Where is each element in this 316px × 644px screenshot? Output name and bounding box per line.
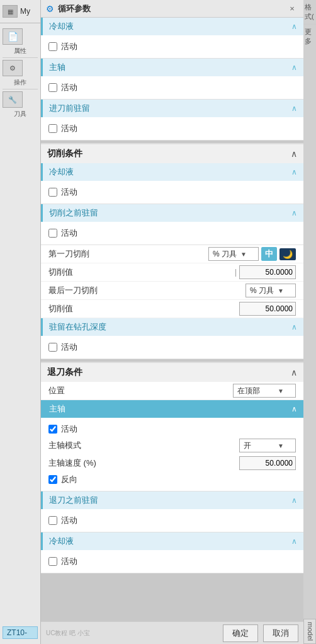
coolant-3-label: 冷却液 xyxy=(49,536,74,547)
pre-cut-dwell-header[interactable]: 切削之前驻留 ∧ xyxy=(41,204,303,222)
pre-entry-dwell-label: 进刀前驻留 xyxy=(49,103,90,114)
position-label: 位置 xyxy=(48,385,233,396)
dwell-at-depth-active-row: 活动 xyxy=(48,340,296,355)
pre-entry-dwell-section: 进刀前驻留 ∧ 活动 xyxy=(41,100,303,141)
format-tab[interactable]: 格式( xyxy=(303,0,316,25)
reverse-checkbox[interactable] xyxy=(48,475,57,484)
pre-entry-dwell-header[interactable]: 进刀前驻留 ∧ xyxy=(41,100,303,117)
pre-entry-dwell-chevron: ∧ xyxy=(291,104,297,113)
reverse-row: 反向 xyxy=(48,472,296,487)
pre-cut-dwell-active-label: 活动 xyxy=(61,227,77,239)
more-tab[interactable]: 更多 xyxy=(303,25,316,49)
pre-retract-dwell-section: 退刀之前驻留 ∧ 活动 xyxy=(41,492,303,532)
coolant-2-header[interactable]: 冷却液 ∧ xyxy=(41,163,303,181)
bottom-bar: UC教程 吧 小宝 确定 取消 xyxy=(41,621,303,644)
spindle-1-chevron: ∧ xyxy=(291,63,297,72)
pre-cut-dwell-section: 切削之前驻留 ∧ 活动 xyxy=(41,204,303,245)
close-button[interactable]: × xyxy=(286,3,298,15)
retract-conditions-header[interactable]: 退刀条件 ∧ xyxy=(41,362,303,382)
coolant-3-chevron: ∧ xyxy=(291,537,297,546)
spindle-2-header[interactable]: 主轴 ∧ xyxy=(41,400,303,418)
coolant-3-active-label: 活动 xyxy=(61,556,77,567)
coolant-2-active-checkbox[interactable] xyxy=(48,188,57,197)
cancel-button[interactable]: 取消 xyxy=(263,624,298,642)
coolant-1-section: 冷却液 ∧ 活动 xyxy=(41,18,303,59)
spindle-2-section: 主轴 ∧ 活动 主轴模式 开 ▼ xyxy=(41,400,303,492)
coolant-2-body: 活动 xyxy=(41,181,303,204)
dwell-at-depth-chevron: ∧ xyxy=(291,323,297,331)
spindle-1-header[interactable]: 主轴 ∧ xyxy=(41,59,303,76)
right-spacer xyxy=(303,49,316,619)
coolant-1-active-checkbox[interactable] xyxy=(48,42,57,51)
cut-value-1-input[interactable] xyxy=(239,265,296,279)
spindle-1-label: 主轴 xyxy=(49,62,65,73)
cutting-conditions-header[interactable]: 切削条件 ∧ xyxy=(41,143,303,163)
zt-item[interactable]: ZT10- xyxy=(3,626,38,639)
spindle-2-active-checkbox[interactable] xyxy=(48,425,57,434)
pre-cut-dwell-active-checkbox[interactable] xyxy=(48,229,57,238)
right-panel: 格式( 更多 model xyxy=(303,0,316,644)
first-cut-arrow: ▼ xyxy=(240,251,247,258)
position-arrow: ▼ xyxy=(278,388,284,394)
model-tab[interactable]: model xyxy=(303,619,316,644)
coolant-3-active-row: 活动 xyxy=(48,554,296,569)
dwell-at-depth-body: 活动 xyxy=(41,336,303,359)
spindle-mode-label: 主轴模式 xyxy=(48,440,81,451)
nav-icon-tools[interactable]: 🔧 xyxy=(3,91,23,108)
coolant-3-active-checkbox[interactable] xyxy=(48,557,57,566)
nav-icon-doc[interactable]: 📄 xyxy=(3,28,23,45)
pre-retract-dwell-active-label: 活动 xyxy=(61,515,77,526)
first-cut-dropdown[interactable]: % 刀具 ▼ xyxy=(208,247,259,261)
pre-retract-dwell-body: 活动 xyxy=(41,509,303,532)
position-row: 位置 在顶部 ▼ xyxy=(41,382,303,400)
coolant-1-header[interactable]: 冷却液 ∧ xyxy=(41,18,303,35)
coolant-2-section: 冷却液 ∧ 活动 xyxy=(41,163,303,204)
coolant-1-chevron: ∧ xyxy=(291,22,297,31)
dwell-at-depth-active-checkbox[interactable] xyxy=(48,343,57,352)
last-cut-control: % 刀具 ▼ xyxy=(245,284,296,297)
nav-my-label: My xyxy=(20,7,30,16)
main-scroll-area[interactable]: 冷却液 ∧ 活动 主轴 ∧ xyxy=(41,18,303,621)
coolant-2-chevron: ∧ xyxy=(291,168,297,176)
bottom-spacer xyxy=(41,573,303,599)
spindle-1-active-checkbox[interactable] xyxy=(48,83,57,92)
ok-button[interactable]: 确定 xyxy=(223,624,258,642)
spindle-2-active-label: 活动 xyxy=(61,423,77,435)
night-mode-button[interactable]: 🌙 xyxy=(279,248,296,260)
coolant-1-active-label: 活动 xyxy=(61,41,77,52)
coolant-2-active-label: 活动 xyxy=(61,187,77,198)
pre-retract-dwell-header[interactable]: 退刀之前驻留 ∧ xyxy=(41,492,303,509)
spindle-mode-dropdown[interactable]: 开 ▼ xyxy=(239,439,296,452)
badge-zhong-button[interactable]: 中 xyxy=(261,247,277,261)
cutting-conditions-chevron: ∧ xyxy=(291,149,297,159)
last-cut-row: 最后一刀切削 % 刀具 ▼ xyxy=(41,282,303,300)
pre-entry-dwell-active-checkbox[interactable] xyxy=(48,124,57,133)
spindle-1-active-row: 活动 xyxy=(48,80,296,95)
title-icon: ⚙ xyxy=(46,4,54,14)
center-content: ⚙ 循环参数 × 冷却液 ∧ 活动 xyxy=(41,0,303,644)
cut-value-1-pipe: | xyxy=(235,268,237,277)
dwell-at-depth-header[interactable]: 驻留在钻孔深度 ∧ xyxy=(41,318,303,336)
dwell-at-depth-label: 驻留在钻孔深度 xyxy=(49,321,106,333)
pre-entry-dwell-active-label: 活动 xyxy=(61,123,77,134)
pre-entry-dwell-body: 活动 xyxy=(41,117,303,141)
position-value: 在顶部 xyxy=(237,386,260,396)
nav-tools-label: 刀具 xyxy=(3,110,38,118)
coolant-1-body: 活动 xyxy=(41,35,303,59)
zt-item-wrapper: ZT10- xyxy=(0,624,40,641)
spindle-2-chevron: ∧ xyxy=(291,405,297,413)
last-cut-unit: % 刀具 xyxy=(250,285,274,296)
spindle-speed-input[interactable] xyxy=(239,456,296,470)
last-cut-dropdown[interactable]: % 刀具 ▼ xyxy=(245,284,296,297)
cut-value-2-input[interactable] xyxy=(239,302,296,316)
coolant-3-header[interactable]: 冷却液 ∧ xyxy=(41,532,303,550)
first-cut-control: % 刀具 ▼ 中 🌙 xyxy=(208,247,296,261)
spindle-1-active-label: 活动 xyxy=(61,82,77,93)
nav-icon-1[interactable]: ▦ xyxy=(3,5,18,18)
pre-cut-dwell-chevron: ∧ xyxy=(291,209,297,217)
position-dropdown[interactable]: 在顶部 ▼ xyxy=(233,384,296,398)
spindle-mode-value: 开 xyxy=(244,440,251,451)
nav-icon-ops[interactable]: ⚙ xyxy=(3,60,23,76)
pre-retract-dwell-active-checkbox[interactable] xyxy=(48,516,57,525)
nav-icon-group: 📄 属性 ⚙ 操作 🔧 刀具 xyxy=(0,26,40,121)
